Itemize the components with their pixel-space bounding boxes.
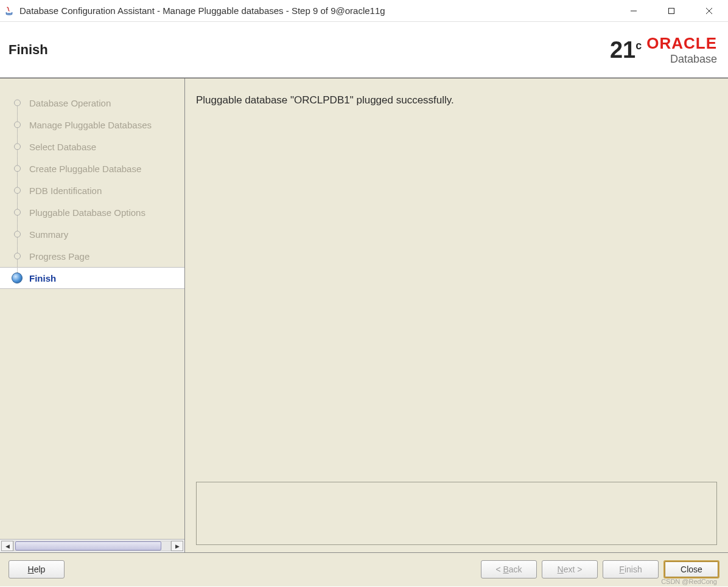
brand-version-number: 21: [610, 37, 635, 63]
wizard-step-label: Finish: [29, 273, 56, 283]
wizard-step-label: Progress Page: [29, 251, 89, 262]
back-button[interactable]: < Back: [481, 560, 537, 578]
watermark-text: CSDN @RedCong: [661, 578, 717, 585]
scroll-track[interactable]: [13, 541, 171, 551]
scroll-thumb[interactable]: [15, 541, 161, 551]
wizard-step-list: Database OperationManage Pluggable Datab…: [0, 78, 184, 539]
step-bullet-icon: [14, 209, 21, 216]
success-message: Pluggable database "ORCLPDB1" plugged su…: [196, 94, 717, 106]
content-pane: Pluggable database "ORCLPDB1" plugged su…: [185, 78, 728, 552]
wizard-step-label: PDB Identification: [29, 186, 102, 196]
window-title: Database Configuration Assistant - Manag…: [19, 5, 615, 16]
finish-button[interactable]: Finish: [603, 560, 659, 578]
step-bullet-icon: [14, 187, 21, 194]
wizard-step: Finish: [0, 267, 184, 289]
step-bullet-active-icon: [12, 273, 23, 283]
brand-database-text: Database: [670, 53, 717, 66]
page-title: Finish: [9, 42, 48, 58]
wizard-footer: Help < Back Next > Finish Close CSDN @Re…: [0, 552, 728, 586]
step-bullet-icon: [14, 253, 21, 260]
header-banner: Finish 21c ORACLE Database: [0, 22, 728, 78]
next-button[interactable]: Next >: [542, 560, 598, 578]
step-bullet-icon: [14, 100, 21, 106]
sidebar-horizontal-scrollbar[interactable]: ◀ ▶: [0, 539, 184, 552]
wizard-step-sidebar: Database OperationManage Pluggable Datab…: [0, 78, 185, 552]
wizard-step-label: Select Database: [29, 142, 96, 152]
scroll-left-arrow-icon[interactable]: ◀: [1, 541, 13, 551]
step-bullet-icon: [14, 165, 21, 172]
wizard-step: Database Operation: [0, 92, 184, 114]
java-app-icon: [4, 5, 15, 16]
brand-oracle-text: ORACLE: [646, 34, 717, 53]
window-titlebar: Database Configuration Assistant - Manag…: [0, 0, 728, 22]
minimize-button[interactable]: [615, 1, 653, 21]
brand-block: 21c ORACLE Database: [610, 34, 717, 66]
step-bullet-icon: [14, 231, 21, 238]
step-bullet-icon: [14, 144, 21, 150]
close-window-button[interactable]: [690, 1, 728, 21]
details-output-box: [196, 482, 717, 545]
wizard-step: Pluggable Database Options: [0, 201, 184, 223]
step-bullet-icon: [14, 122, 21, 128]
wizard-step-label: Summary: [29, 229, 68, 240]
wizard-step: Summary: [0, 223, 184, 245]
brand-version: 21c: [610, 38, 642, 61]
wizard-step: PDB Identification: [0, 179, 184, 201]
scroll-right-arrow-icon[interactable]: ▶: [171, 541, 183, 551]
wizard-step-label: Pluggable Database Options: [29, 207, 145, 218]
window-controls: [615, 1, 728, 21]
svg-rect-1: [669, 8, 674, 13]
wizard-step: Select Database: [0, 136, 184, 158]
maximize-button[interactable]: [653, 1, 690, 21]
wizard-step: Manage Pluggable Databases: [0, 114, 184, 136]
close-button[interactable]: Close: [663, 560, 719, 578]
help-button-rest: elp: [34, 564, 46, 574]
wizard-step-label: Database Operation: [29, 98, 111, 108]
wizard-step-label: Manage Pluggable Databases: [29, 120, 152, 130]
help-button[interactable]: Help: [9, 560, 65, 578]
brand-version-suffix: c: [635, 40, 642, 52]
wizard-step-label: Create Pluggable Database: [29, 164, 141, 174]
wizard-step: Create Pluggable Database: [0, 158, 184, 179]
wizard-step: Progress Page: [0, 245, 184, 267]
